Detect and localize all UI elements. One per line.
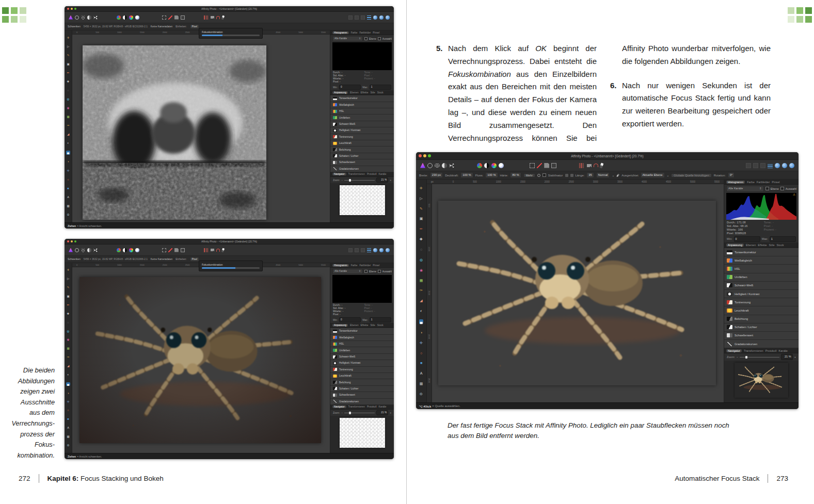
tool-icon[interactable]: ⊙ xyxy=(420,392,423,396)
canvas[interactable] xyxy=(72,267,330,453)
min-input[interactable]: 0 xyxy=(339,317,361,322)
rotate-right-icon[interactable] xyxy=(379,15,384,20)
opacity-input[interactable]: 100 % xyxy=(460,172,473,178)
adjustment-item[interactable]: Gradationskurven xyxy=(724,340,799,348)
adjustment-item[interactable]: Helligkeit / Kontrast xyxy=(330,127,394,133)
tab-pinsel[interactable]: Pinsel xyxy=(373,31,379,34)
adjustment-item[interactable]: Weißabgleich xyxy=(330,102,394,108)
length-input[interactable]: 35 xyxy=(586,172,594,178)
navigator-thumbnail[interactable] xyxy=(340,418,385,448)
tab-anpassung[interactable]: Anpassung xyxy=(332,91,348,94)
auto-contrast-icon[interactable] xyxy=(484,163,489,168)
liquify-persona-icon[interactable] xyxy=(75,248,79,252)
tab-stile[interactable]: Stile xyxy=(769,243,775,247)
minimize-button[interactable] xyxy=(71,8,73,10)
new-document-icon[interactable] xyxy=(544,163,549,168)
tab-transformieren[interactable]: Transformieren xyxy=(348,405,365,408)
navigator-thumbnail[interactable] xyxy=(340,185,385,215)
canvas[interactable] xyxy=(72,35,330,222)
minimize-button[interactable] xyxy=(423,154,426,157)
tool-icon[interactable]: ✎ xyxy=(67,286,70,289)
tool-icon[interactable]: A xyxy=(67,196,69,199)
auto-white-balance-icon[interactable] xyxy=(499,163,504,168)
zoom-value[interactable]: 21 % xyxy=(376,177,388,183)
tool-icon[interactable]: ◉ xyxy=(67,107,70,110)
auto-levels-icon[interactable] xyxy=(117,248,121,252)
adjustment-item[interactable]: Umfärben xyxy=(330,115,394,120)
rotate-left-icon[interactable] xyxy=(775,163,780,168)
units-select[interactable]: Pixel xyxy=(190,257,199,262)
tab-kanaele[interactable]: Kanäle xyxy=(778,349,787,352)
min-input[interactable]: 0 xyxy=(339,85,361,90)
tab-effekte[interactable]: Effekte xyxy=(361,324,369,327)
minimize-button[interactable] xyxy=(71,240,73,242)
export-persona-icon[interactable] xyxy=(93,248,98,252)
rotate-left-icon[interactable] xyxy=(373,15,377,20)
aligned-icon[interactable] xyxy=(616,174,619,177)
tab-navigator[interactable]: Navigator xyxy=(332,405,346,408)
auto-levels-icon[interactable] xyxy=(477,163,482,168)
tab-histogramm[interactable]: Histogramm xyxy=(726,181,745,184)
channel-select[interactable]: Alle Kanäle⇕ xyxy=(332,269,363,274)
zoom-fit-icon[interactable] xyxy=(789,163,794,168)
rotate-right-icon[interactable] xyxy=(379,248,384,252)
liquify-persona-icon[interactable] xyxy=(427,163,433,168)
zoom-slider[interactable] xyxy=(344,413,375,413)
tool-icon[interactable]: ■ xyxy=(67,187,69,190)
tool-icon[interactable]: ✏ xyxy=(67,304,70,307)
tab-pinsel[interactable]: Pinsel xyxy=(772,181,779,184)
auswahl-checkbox[interactable] xyxy=(780,187,784,190)
tool-icon[interactable]: ◐ xyxy=(67,373,69,377)
marquee-select-icon[interactable] xyxy=(162,248,166,252)
ebene-checkbox[interactable] xyxy=(364,37,368,40)
adjustment-item[interactable]: Gradationskurven xyxy=(330,166,394,172)
tab-navigator[interactable]: Navigator xyxy=(332,173,346,175)
snapping-magnet-icon[interactable] xyxy=(216,249,220,252)
adjustment-item[interactable]: HSL xyxy=(724,265,799,272)
photo-persona-icon[interactable] xyxy=(420,163,425,168)
snapping-candles-icon[interactable] xyxy=(204,15,208,20)
tab-histogramm[interactable]: Histogramm xyxy=(332,264,349,267)
view-mode-icon[interactable] xyxy=(348,248,353,252)
photo-persona-icon[interactable] xyxy=(69,15,73,20)
tone-mapping-persona-icon[interactable] xyxy=(87,15,91,20)
tab-farbe[interactable]: Farbe xyxy=(747,181,755,184)
tab-stile[interactable]: Stile xyxy=(370,91,375,94)
tab-farbfelder[interactable]: Farbfelder xyxy=(757,181,770,184)
zoom-slider[interactable] xyxy=(740,357,779,357)
tab-protokoll[interactable]: Protokoll xyxy=(367,173,377,175)
tab-stock[interactable]: Stock xyxy=(777,243,784,247)
zoom-in-icon[interactable]: + xyxy=(390,179,391,182)
canvas[interactable] xyxy=(432,184,724,402)
source-layer-select[interactable]: Aktuelle Ebene xyxy=(641,172,665,178)
adjustment-item[interactable]: Schatten / Lichter xyxy=(330,153,394,159)
tool-icon[interactable]: ◑ xyxy=(67,160,69,164)
tool-icon[interactable]: ◉ xyxy=(420,268,423,272)
adjustment-item[interactable]: Schatten / Lichter xyxy=(330,386,394,392)
tool-icon[interactable]: ✢ xyxy=(67,170,70,173)
tool-icon[interactable]: ◢ xyxy=(67,133,69,136)
view-mode-icon[interactable] xyxy=(746,163,751,168)
mask-icon[interactable] xyxy=(181,248,185,252)
brush-width-input[interactable]: 230 px xyxy=(430,172,443,178)
maximize-button[interactable] xyxy=(74,8,76,10)
tool-icon[interactable]: ▷ xyxy=(420,197,422,200)
tab-pinsel[interactable]: Pinsel xyxy=(373,264,379,267)
deselect-icon[interactable] xyxy=(168,248,172,252)
gallery-icon[interactable] xyxy=(361,248,365,252)
tool-icon[interactable]: ✑ xyxy=(67,124,70,127)
tab-stock[interactable]: Stock xyxy=(377,324,384,327)
mask-icon[interactable] xyxy=(181,15,185,20)
tool-icon[interactable]: ▄ xyxy=(419,319,424,324)
tool-icon[interactable]: ▩ xyxy=(67,435,69,438)
studio-presets-icon[interactable] xyxy=(768,163,773,168)
marquee-select-icon[interactable] xyxy=(162,15,166,20)
zoom-in-icon[interactable]: + xyxy=(794,355,796,359)
auswahl-checkbox[interactable] xyxy=(378,37,381,40)
marquee-select-icon[interactable] xyxy=(530,163,535,168)
tab-anpassung[interactable]: Anpassung xyxy=(332,324,348,327)
mask-icon[interactable] xyxy=(551,163,556,168)
split-view-icon[interactable] xyxy=(753,163,758,168)
global-source-button[interactable]: Globale Quelle hinzufügen xyxy=(671,173,711,177)
tool-icon[interactable]: ○ xyxy=(420,351,422,355)
